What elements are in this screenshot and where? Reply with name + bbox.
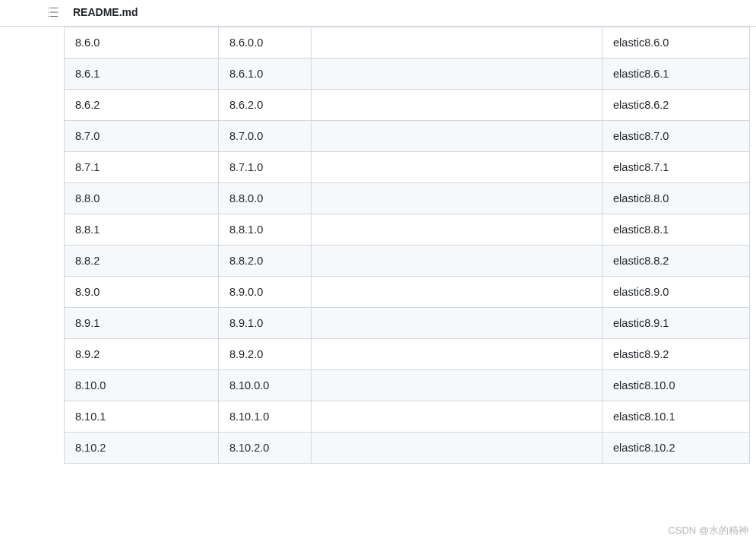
- table-cell: 8.9.0.0: [218, 277, 311, 308]
- version-table: 8.6.08.6.0.0elastic8.6.08.6.18.6.1.0elas…: [64, 27, 750, 464]
- table-cell: elastic8.10.2: [603, 433, 750, 464]
- table-cell: elastic8.10.0: [603, 370, 750, 401]
- table-cell: 8.8.0: [65, 183, 219, 214]
- table-cell: elastic8.9.2: [603, 339, 750, 370]
- table-cell: [311, 90, 602, 121]
- table-cell: elastic8.8.0: [603, 183, 750, 214]
- table-cell: [311, 152, 602, 183]
- table-row: 8.10.08.10.0.0elastic8.10.0: [65, 370, 750, 401]
- table-cell: 8.9.0: [65, 277, 219, 308]
- table-cell: elastic8.6.0: [603, 27, 750, 59]
- table-row: 8.9.28.9.2.0elastic8.9.2: [65, 339, 750, 370]
- table-row: 8.7.18.7.1.0elastic8.7.1: [65, 152, 750, 183]
- table-cell: elastic8.8.1: [603, 214, 750, 246]
- table-cell: elastic8.6.1: [603, 59, 750, 90]
- table-cell: 8.7.1.0: [218, 152, 311, 183]
- table-row: 8.8.08.8.0.0elastic8.8.0: [65, 183, 750, 214]
- version-table-wrapper: 8.6.08.6.0.0elastic8.6.08.6.18.6.1.0elas…: [64, 27, 750, 464]
- table-cell: [311, 214, 602, 246]
- table-row: 8.6.08.6.0.0elastic8.6.0: [65, 27, 750, 59]
- table-cell: 8.10.0.0: [218, 370, 311, 401]
- table-cell: 8.8.0.0: [218, 183, 311, 214]
- readme-container: README.md 8.6.08.6.0.0elastic8.6.08.6.18…: [0, 0, 756, 477]
- table-cell: 8.7.0: [65, 121, 219, 152]
- table-cell: [311, 433, 602, 464]
- table-cell: elastic8.7.0: [603, 121, 750, 152]
- table-cell: [311, 59, 602, 90]
- table-cell: [311, 370, 602, 401]
- table-cell: [311, 27, 602, 59]
- table-cell: 8.10.0: [65, 370, 219, 401]
- table-row: 8.6.18.6.1.0elastic8.6.1: [65, 59, 750, 90]
- table-cell: 8.7.0.0: [218, 121, 311, 152]
- table-cell: [311, 121, 602, 152]
- table-cell: [311, 308, 602, 339]
- readme-header: README.md: [0, 0, 756, 27]
- table-cell: 8.6.2.0: [218, 90, 311, 121]
- table-row: 8.7.08.7.0.0elastic8.7.0: [65, 121, 750, 152]
- table-cell: 8.6.1.0: [218, 59, 311, 90]
- table-cell: elastic8.10.1: [603, 401, 750, 433]
- table-cell: elastic8.9.1: [603, 308, 750, 339]
- table-cell: 8.8.2: [65, 246, 219, 277]
- table-cell: 8.10.1: [65, 401, 219, 433]
- table-cell: 8.9.2: [65, 339, 219, 370]
- table-cell: 8.6.0: [65, 27, 219, 59]
- table-row: 8.8.28.8.2.0elastic8.8.2: [65, 246, 750, 277]
- table-cell: 8.8.2.0: [218, 246, 311, 277]
- table-cell: 8.8.1: [65, 214, 219, 246]
- readme-content: 8.6.08.6.0.0elastic8.6.08.6.18.6.1.0elas…: [0, 27, 756, 477]
- table-cell: 8.9.2.0: [218, 339, 311, 370]
- table-cell: 8.10.1.0: [218, 401, 311, 433]
- table-cell: 8.8.1.0: [218, 214, 311, 246]
- table-cell: 8.9.1.0: [218, 308, 311, 339]
- filename-label: README.md: [73, 6, 138, 18]
- table-cell: [311, 401, 602, 433]
- table-cell: 8.7.1: [65, 152, 219, 183]
- table-row: 8.6.28.6.2.0elastic8.6.2: [65, 90, 750, 121]
- table-row: 8.9.08.9.0.0elastic8.9.0: [65, 277, 750, 308]
- table-cell: 8.9.1: [65, 308, 219, 339]
- table-cell: [311, 246, 602, 277]
- table-cell: [311, 183, 602, 214]
- table-cell: elastic8.7.1: [603, 152, 750, 183]
- table-cell: 8.10.2: [65, 433, 219, 464]
- table-cell: elastic8.8.2: [603, 246, 750, 277]
- table-cell: [311, 339, 602, 370]
- table-row: 8.10.28.10.2.0elastic8.10.2: [65, 433, 750, 464]
- table-cell: 8.6.0.0: [218, 27, 311, 59]
- table-cell: elastic8.6.2: [603, 90, 750, 121]
- table-row: 8.8.18.8.1.0elastic8.8.1: [65, 214, 750, 246]
- table-cell: 8.6.1: [65, 59, 219, 90]
- table-cell: [311, 277, 602, 308]
- toc-icon[interactable]: [47, 6, 59, 18]
- table-cell: 8.6.2: [65, 90, 219, 121]
- table-cell: 8.10.2.0: [218, 433, 311, 464]
- table-row: 8.10.18.10.1.0elastic8.10.1: [65, 401, 750, 433]
- table-row: 8.9.18.9.1.0elastic8.9.1: [65, 308, 750, 339]
- table-cell: elastic8.9.0: [603, 277, 750, 308]
